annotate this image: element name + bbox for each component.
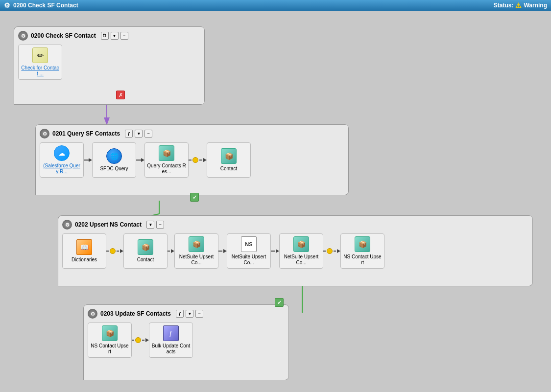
package-icon-5: 📦	[293, 236, 309, 252]
task-query-contacts-res[interactable]: 📦 Query Contacts Res...	[144, 142, 189, 178]
task-ns-contact-upsert-2[interactable]: 📦 NS Contact Upsert	[88, 323, 132, 358]
connector-4	[106, 248, 123, 254]
group-0203-header: ⚙ 0203 Update SF Contacts ƒ ▾ −	[88, 309, 285, 319]
group-0200-header: ⚙ 0200 Check SF Contact 🗒 ▾ −	[18, 31, 200, 41]
app-icon: ⚙	[4, 1, 10, 9]
group-0201-header: ⚙ 0201 Query SF Contacts ƒ ▾ −	[40, 129, 344, 138]
task-row-0201: ☁ (Salesforce Query R... 🌐 SFDC Query 📦 …	[40, 142, 344, 178]
connector-6	[218, 249, 227, 253]
group-0202-header: ⚙ 0202 Upsert NS Contact ▾ −	[62, 220, 528, 230]
group-0201: ⚙ 0201 Query SF Contacts ƒ ▾ − ☁ (Salesf…	[35, 124, 349, 195]
package-icon-7: 📦	[102, 325, 118, 341]
group-0200-label: 0200 Check SF Contact	[31, 32, 96, 39]
connector-5	[168, 249, 174, 253]
dropdown-btn-0200[interactable]: ▾	[111, 32, 119, 40]
dict-icon: 📖	[76, 239, 92, 255]
package-icon-1: 📦	[159, 145, 174, 161]
package-icon-6: 📦	[355, 236, 370, 252]
task-ns-upsert-1[interactable]: 📦 NetSuite Upsert Co...	[174, 233, 218, 269]
contact-1-label: Contact	[220, 166, 237, 172]
task-row-0203: 📦 NS Contact Upsert ƒ Bulk Update Contac…	[88, 323, 285, 358]
dot-yellow-1	[192, 157, 198, 163]
task-bulk-update[interactable]: ƒ Bulk Update Contacts	[149, 323, 193, 358]
title-bar: ⚙ 0200 Check SF Contact Status: ⚠ Warnin…	[0, 0, 551, 11]
connector-1	[84, 158, 92, 162]
task-ns-upsert-3[interactable]: 📦 NetSuite Upsert Co...	[279, 233, 323, 269]
window-title: 0200 Check SF Contact	[13, 2, 78, 9]
dropdown-btn-0203[interactable]: ▾	[186, 310, 193, 318]
group-0201-controls[interactable]: ƒ ▾ −	[125, 130, 152, 138]
dropdown-btn-0201[interactable]: ▾	[135, 130, 143, 138]
checkpoint-red-0200[interactable]: ✗	[116, 91, 125, 99]
task-ns-upsert-2[interactable]: NS NetSuite Upsert Co...	[227, 233, 271, 269]
collapse-btn-0200[interactable]: −	[120, 32, 128, 40]
gear-icon-0202: ⚙	[62, 220, 72, 230]
dot-yellow-4	[135, 337, 141, 343]
settings-btn-0201[interactable]: ƒ	[125, 130, 133, 138]
query-contacts-res-label: Query Contacts Res...	[147, 163, 186, 175]
green-checkbox-0203[interactable]: ✓	[275, 298, 284, 307]
gear-icon-0201: ⚙	[40, 129, 49, 138]
group-0201-label: 0201 Query SF Contacts	[52, 130, 120, 137]
func-icon: ƒ	[163, 325, 179, 341]
status-label: Status:	[494, 2, 514, 9]
group-0203-controls[interactable]: ƒ ▾ −	[176, 310, 203, 318]
package-icon-4: 📦	[189, 236, 204, 252]
ns-upsert-2-label: NetSuite Upsert Co...	[229, 254, 268, 266]
group-0200: ⚙ 0200 Check SF Contact 🗒 ▾ − ✏ Check fo…	[14, 26, 205, 105]
connector-2	[136, 158, 144, 162]
group-0200-controls[interactable]: 🗒 ▾ −	[101, 32, 128, 40]
status-bar: Status: ⚠ Warning	[494, 1, 547, 9]
warning-label: Warning	[524, 2, 547, 9]
task-row-0202: 📖 Dictionaries 📦 Contact 📦 NetSuite Upse…	[62, 233, 528, 269]
gear-icon-0203: ⚙	[88, 309, 97, 319]
group-0202-label: 0202 Upsert NS Contact	[75, 221, 142, 228]
warning-icon: ⚠	[515, 1, 522, 9]
green-checkbox-0201[interactable]: ✓	[190, 193, 199, 202]
group-0202: ⚙ 0202 Upsert NS Contact ▾ − 📖 Dictionar…	[58, 215, 533, 286]
task-sf-query-r[interactable]: ☁ (Salesforce Query R...	[40, 142, 84, 178]
connector-7	[271, 249, 279, 253]
globe-icon: 🌐	[106, 148, 122, 164]
collapse-btn-0202[interactable]: −	[156, 221, 164, 229]
sfdc-query-label: SFDC Query	[100, 166, 128, 172]
red-checkbox[interactable]: ✗	[116, 91, 125, 99]
task-row-0200: ✏ Check for Contact ...	[18, 45, 200, 80]
canvas: ⚙ 0200 Check SF Contact 🗒 ▾ − ✏ Check fo…	[0, 11, 551, 392]
task-sfdc-query[interactable]: 🌐 SFDC Query	[92, 142, 136, 178]
task-contact-2[interactable]: 📦 Contact	[123, 233, 168, 269]
connector-9	[132, 337, 149, 343]
collapse-btn-0203[interactable]: −	[195, 310, 203, 318]
bulk-update-label: Bulk Update Contacts	[151, 343, 191, 355]
gear-icon-0200: ⚙	[18, 31, 28, 41]
task-contact-1[interactable]: 📦 Contact	[207, 142, 251, 178]
task-check-contact[interactable]: ✏ Check for Contact ...	[18, 45, 62, 80]
package-icon-2: 📦	[221, 148, 237, 164]
dot-yellow-3	[327, 248, 333, 254]
ns-icon: NS	[241, 236, 257, 252]
group-0203-label: 0203 Update SF Contacts	[100, 310, 171, 317]
sf-icon: ☁	[54, 145, 70, 161]
ns-upsert-1-label: NetSuite Upsert Co...	[177, 254, 216, 266]
dropdown-btn-0202[interactable]: ▾	[146, 221, 154, 229]
task-check-contact-label: Check for Contact ...	[21, 65, 60, 77]
sf-query-r-label: (Salesforce Query R...	[42, 163, 81, 175]
group-0203: ⚙ 0203 Update SF Contacts ƒ ▾ − 📦 NS Con…	[83, 304, 289, 380]
checkpoint-green-0203[interactable]: ✓	[275, 298, 284, 307]
dictionaries-label: Dictionaries	[72, 257, 97, 263]
package-icon-3: 📦	[138, 239, 153, 255]
task-ns-contact-upsert-1[interactable]: 📦 NS Contact Upsert	[340, 233, 384, 269]
ns-upsert-3-label: NetSuite Upsert Co...	[282, 254, 321, 266]
group-0202-controls[interactable]: ▾ −	[146, 221, 164, 229]
dot-yellow-2	[110, 248, 116, 254]
task-dictionaries[interactable]: 📖 Dictionaries	[62, 233, 106, 269]
ns-contact-upsert-2-label: NS Contact Upsert	[90, 343, 129, 355]
settings-btn-0203[interactable]: ƒ	[176, 310, 184, 318]
settings-btn-0200[interactable]: 🗒	[101, 32, 109, 40]
collapse-btn-0201[interactable]: −	[144, 130, 152, 138]
connector-8	[323, 248, 340, 254]
checkpoint-green-0201[interactable]: ✓	[190, 193, 199, 202]
ns-contact-upsert-1-label: NS Contact Upsert	[343, 254, 382, 266]
contact-2-label: Contact	[137, 257, 154, 263]
connector-3	[189, 157, 207, 163]
